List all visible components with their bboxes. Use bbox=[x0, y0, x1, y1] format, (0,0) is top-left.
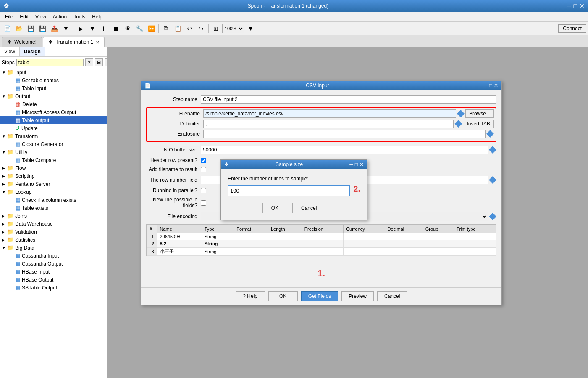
sidebar-tab-view[interactable]: View bbox=[0, 47, 20, 56]
expand-button[interactable]: ⊞ bbox=[95, 58, 103, 66]
sample-input[interactable] bbox=[228, 185, 350, 196]
zoom-dropdown[interactable]: ▼ bbox=[245, 23, 256, 34]
tree-folder-lookup[interactable]: ▼ 📁 Lookup bbox=[0, 188, 107, 196]
step-name-input[interactable] bbox=[201, 95, 496, 104]
debug-button[interactable]: 🔧 bbox=[134, 23, 145, 34]
csv-dialog-buttons[interactable]: ─ □ ✕ bbox=[484, 83, 498, 89]
sample-ok-button[interactable]: OK bbox=[262, 203, 287, 213]
menu-tools[interactable]: Tools bbox=[70, 13, 89, 21]
grid-button[interactable]: ⊞ bbox=[210, 23, 221, 34]
delimiter-input[interactable] bbox=[203, 120, 454, 128]
sample-close-button[interactable]: ✕ bbox=[360, 162, 364, 167]
menu-file[interactable]: File bbox=[2, 13, 16, 21]
tab-welcome[interactable]: ❖ Welcome! bbox=[2, 37, 42, 47]
run-button[interactable]: ▶ bbox=[75, 23, 86, 34]
sample-min-button[interactable]: ─ bbox=[349, 162, 353, 167]
tree-item-cassandra-input[interactable]: ▦ Cassandra Input bbox=[0, 252, 107, 260]
tree-folder-transform[interactable]: ▼ 📁 Transform bbox=[0, 132, 107, 140]
tree-item-update[interactable]: ↺ Update bbox=[0, 124, 107, 132]
insert-tab-button[interactable]: Insert TAB bbox=[463, 120, 494, 128]
csv-dialog-close[interactable]: ✕ bbox=[494, 83, 498, 89]
new-line-checkbox[interactable] bbox=[201, 200, 206, 206]
restore-button[interactable]: □ bbox=[574, 3, 577, 9]
tree-item-hbase-input[interactable]: ▦ HBase Input bbox=[0, 268, 107, 276]
tree-container[interactable]: ▼ 📁 Input ▦ Get table names ▦ Table inpu… bbox=[0, 68, 107, 378]
replay-button[interactable]: ⏩ bbox=[146, 23, 157, 34]
filename-diamond-button[interactable] bbox=[457, 110, 465, 117]
tree-item-ms-access[interactable]: ▦ Microsoft Access Output bbox=[0, 108, 107, 116]
tree-item-delete[interactable]: 🗑 Delete bbox=[0, 100, 107, 108]
tab-close-icon[interactable]: ✕ bbox=[96, 40, 99, 44]
search-clear-button[interactable]: ✕ bbox=[85, 58, 93, 66]
tree-item-table-exists[interactable]: ▦ Table exists bbox=[0, 204, 107, 212]
add-filename-checkbox[interactable] bbox=[201, 167, 206, 172]
tree-folder-output[interactable]: ▼ 📁 Output bbox=[0, 92, 107, 100]
csv-dialog-max[interactable]: □ bbox=[489, 83, 492, 89]
tree-item-table-output[interactable]: ▦ Table output bbox=[0, 116, 107, 124]
tree-folder-validation[interactable]: ▶ 📁 Validation bbox=[0, 228, 107, 236]
tree-folder-flow[interactable]: ▶ 📁 Flow bbox=[0, 164, 107, 172]
tree-folder-bigdata[interactable]: ▼ 📁 Big Data bbox=[0, 244, 107, 252]
delimiter-diamond-button[interactable] bbox=[454, 120, 462, 128]
undo-button[interactable]: ↩ bbox=[184, 23, 195, 34]
tree-folder-pentaho[interactable]: ▶ 📁 Pentaho Server bbox=[0, 180, 107, 188]
tree-item-hbase-output[interactable]: ▦ HBase Output bbox=[0, 276, 107, 284]
minimize-button[interactable]: ─ bbox=[567, 3, 571, 9]
more-button[interactable]: ▼ bbox=[60, 23, 71, 34]
redo-button[interactable]: ↪ bbox=[196, 23, 207, 34]
tree-folder-statistics[interactable]: ▶ 📁 Statistics bbox=[0, 236, 107, 244]
run-dropdown[interactable]: ▼ bbox=[87, 23, 98, 34]
copy-button[interactable]: ⧉ bbox=[160, 23, 171, 34]
close-button[interactable]: ✕ bbox=[580, 3, 585, 9]
preview-button[interactable]: Preview bbox=[341, 291, 374, 301]
cancel-button[interactable]: Cancel bbox=[377, 291, 407, 301]
search-input[interactable] bbox=[16, 59, 84, 66]
filename-input[interactable] bbox=[203, 109, 456, 118]
tree-folder-dw[interactable]: ▶ 📁 Data Warehouse bbox=[0, 220, 107, 228]
zoom-select[interactable]: 100% 75% 50% 125% 150% bbox=[222, 24, 244, 33]
paste-button[interactable]: 📋 bbox=[172, 23, 183, 34]
nio-buffer-input[interactable] bbox=[201, 146, 488, 154]
tree-folder-utility[interactable]: ▼ 📁 Utility bbox=[0, 148, 107, 156]
csv-dialog-min[interactable]: ─ bbox=[484, 83, 488, 89]
menu-help[interactable]: Help bbox=[89, 13, 106, 21]
tree-folder-joins[interactable]: ▶ 📁 Joins bbox=[0, 212, 107, 220]
tab-transformation1[interactable]: ❖ Transformation 1 ✕ bbox=[43, 37, 105, 47]
row-number-diamond-button[interactable] bbox=[489, 176, 496, 184]
sample-max-button[interactable]: □ bbox=[355, 162, 358, 167]
save-as-button[interactable]: 💾 bbox=[37, 23, 48, 34]
tree-folder-input[interactable]: ▼ 📁 Input bbox=[0, 68, 107, 76]
pause-button[interactable]: ⏸ bbox=[99, 23, 110, 34]
browse-button[interactable]: Browse... bbox=[465, 109, 494, 118]
get-fields-button[interactable]: Get Fields bbox=[301, 291, 339, 301]
export-button[interactable]: 📤 bbox=[49, 23, 60, 34]
tree-item-closure-gen[interactable]: ▦ Closure Generator bbox=[0, 140, 107, 148]
title-bar-controls[interactable]: ─ □ ✕ bbox=[567, 3, 585, 9]
nio-diamond-button[interactable] bbox=[489, 146, 496, 154]
tree-folder-scripting[interactable]: ▶ 📁 Scripting bbox=[0, 172, 107, 180]
parallel-checkbox[interactable] bbox=[201, 188, 206, 193]
header-checkbox[interactable] bbox=[201, 158, 206, 163]
enclosure-diamond-button[interactable] bbox=[486, 130, 494, 138]
new-button[interactable]: 📄 bbox=[2, 23, 13, 34]
menu-edit[interactable]: Edit bbox=[16, 13, 32, 21]
tree-item-check-column[interactable]: ▦ Check if a column exists bbox=[0, 196, 107, 204]
ok-button[interactable]: OK bbox=[268, 291, 298, 301]
enclosure-input[interactable] bbox=[203, 130, 486, 138]
sample-dialog-controls[interactable]: ─ □ ✕ bbox=[349, 162, 364, 167]
sidebar-tab-design[interactable]: Design bbox=[20, 47, 45, 56]
help-button[interactable]: ? Help bbox=[236, 291, 265, 301]
tree-item-sstable-output[interactable]: ▦ SSTable Output bbox=[0, 284, 107, 292]
tree-item-table-compare[interactable]: ▦ Table Compare bbox=[0, 156, 107, 164]
open-button[interactable]: 📂 bbox=[13, 23, 24, 34]
save-button[interactable]: 💾 bbox=[25, 23, 36, 34]
tree-item-table-input[interactable]: ▦ Table input bbox=[0, 84, 107, 92]
stop-button[interactable]: ⏹ bbox=[110, 23, 121, 34]
tree-item-cassandra-output[interactable]: ▦ Cassandra Output bbox=[0, 260, 107, 268]
menu-action[interactable]: Action bbox=[50, 13, 70, 21]
sample-cancel-button[interactable]: Cancel bbox=[292, 203, 326, 213]
connect-button[interactable]: Connect bbox=[558, 24, 586, 33]
encoding-diamond-button[interactable] bbox=[489, 213, 496, 220]
tree-item-get-table-names[interactable]: ▦ Get table names bbox=[0, 76, 107, 84]
menu-view[interactable]: View bbox=[32, 13, 50, 21]
